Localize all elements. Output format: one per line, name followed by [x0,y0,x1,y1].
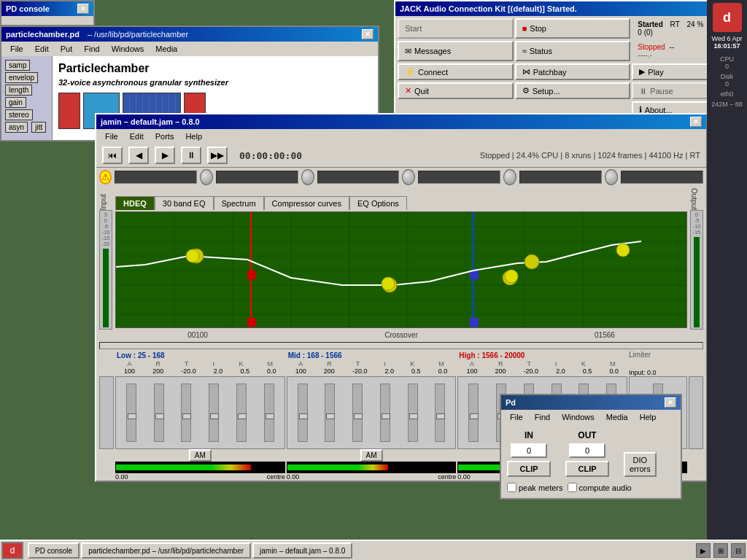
pd-window-close[interactable]: ✕ [665,397,676,408]
pd-window-find[interactable]: Find [529,411,556,423]
pd-in-display: 0 [511,443,547,458]
jamin-menu-help[interactable]: Help [179,131,208,142]
jamin-knob-5[interactable] [605,169,618,185]
pd-dio-button[interactable]: DIOerrors [624,452,657,477]
pd-console-controls: ✕ [77,4,89,14]
tab-comp-curves[interactable]: Compressor curves [264,196,349,210]
jamin-knob-4[interactable] [503,169,516,185]
pd-window-windows[interactable]: Windows [556,411,600,423]
peak-meters-input[interactable] [507,483,516,492]
taskbar-icon-1-glyph: ▶ [700,547,706,555]
mid-slider-m[interactable] [435,384,445,442]
pd-patch-menu-media[interactable]: Media [150,43,183,55]
pd-out-label: OUT [578,430,596,440]
low-slider-t[interactable] [181,384,191,442]
mid-slider-r[interactable] [325,384,335,442]
taskbar-pd-patch[interactable]: particlechamber.pd – /usr/lib/pd/particl… [81,542,251,559]
mid-val-r2: 2.0 [385,368,395,376]
mid-am-button[interactable]: AM [360,449,383,462]
jack-setup-button[interactable]: ⚙ Setup... [515,82,631,99]
tab-hdeq[interactable]: HDEQ [115,196,155,210]
mid-slider-r2[interactable] [380,384,390,442]
mid-slider-t[interactable] [352,384,363,442]
svg-rect-20 [470,318,479,327]
jamin-rewind-button[interactable]: ⏮ [102,147,123,164]
compute-audio-input[interactable] [568,483,577,492]
jamin-menu: File Edit Ports Help [96,129,706,144]
pd-clip-out-button[interactable]: CLIP [565,461,609,477]
jamin-menu-ports[interactable]: Ports [150,131,180,142]
low-slider-m[interactable] [264,384,274,442]
mid-footer-right: centre [438,473,456,481]
high-val-k: 0.5 [583,368,592,376]
jack-stopped-label: Stopped [638,43,665,51]
jack-status-button[interactable]: ≈ Status [515,41,631,61]
pd-in-group: IN 0 CLIP [507,430,551,477]
eq-scrollbar[interactable] [99,342,703,349]
low-am-btn-row: AM [115,449,285,462]
jamin-knob-3[interactable] [402,169,415,185]
pd-clip-in-button[interactable]: CLIP [507,461,551,477]
pd-window-help[interactable]: Help [634,411,662,423]
pd-peak-meters-checkbox[interactable]: peak meters [507,483,563,492]
jamin-knob-1[interactable] [200,169,213,185]
jamin-menu-file[interactable]: File [99,131,124,142]
limiter-header: Limiter [629,351,687,360]
jamin-menu-edit[interactable]: Edit [124,131,150,142]
level-display-4 [418,171,500,184]
pd-console-close[interactable]: ✕ [77,4,89,14]
pd-console-titlebar: PD console ✕ [1,1,93,16]
jack-stop-button[interactable]: ■ Stop [515,18,631,39]
pd-console-content [1,16,93,25]
low-slider-a[interactable] [126,384,136,442]
jamin-knob-2[interactable] [301,169,314,185]
jack-patchbay-button[interactable]: ⋈ Patchbay [515,63,631,80]
high-val-t: -20.0 [524,368,539,376]
low-val-r2: 2.0 [214,368,223,376]
jamin-back-button[interactable]: ◀ [128,147,149,164]
low-slider-r[interactable] [154,384,164,442]
low-am-button[interactable]: AM [189,449,212,462]
pd-compute-audio-checkbox[interactable]: compute audio [568,483,632,492]
taskbar-icon-2[interactable]: ⊞ [713,543,728,558]
taskbar-jamin[interactable]: jamin – default.jam – 0.8.0 [252,542,352,559]
pd-patch-menu-find[interactable]: Find [78,43,105,55]
tab-spectrum[interactable]: Spectrum [214,196,264,210]
output-vu-m15: -15 [693,230,700,235]
jamin-play-button[interactable]: ▶ [155,147,175,164]
crossover-high: 01566 [595,331,615,339]
taskbar-app-icon[interactable]: d [1,542,23,559]
mid-slider-k[interactable] [408,384,418,442]
jamin-close[interactable]: ✕ [690,117,702,127]
mid-slider-a[interactable] [298,384,308,442]
jack-connect-button[interactable]: ⚡ Connect [398,63,514,80]
system-icon-text: d [723,10,731,26]
pd-io-row: IN 0 CLIP OUT 0 CLIP DIOerrors [507,430,675,477]
high-slider-a[interactable] [468,384,479,442]
input-spacer [99,351,114,360]
taskbar-icon-1[interactable]: ▶ [696,543,711,558]
jack-start-button[interactable]: Start [398,18,514,39]
tab-band-eq[interactable]: 30 band EQ [155,196,214,210]
pd-window-file[interactable]: File [504,411,529,423]
pd-app-title: Particlechamber [58,62,372,75]
pd-patch-menu-edit[interactable]: Edit [29,43,55,55]
taskbar-icon-3[interactable]: ⊟ [731,543,746,558]
input-spacer-am [99,449,114,462]
pd-patch-menu-windows[interactable]: Windows [106,43,150,55]
output-vu-panel: 0 -5 -10 -15 [690,210,703,330]
jamin-forward-button[interactable]: ▶▶ [207,147,228,164]
low-slider-r2[interactable] [209,384,219,442]
input-label-space: Input [99,194,112,210]
low-slider-k[interactable] [236,384,247,442]
pd-patch-menu-file[interactable]: File [4,43,29,55]
pd-patch-menu-put[interactable]: Put [55,43,79,55]
tab-eq-options[interactable]: EQ Options [349,196,407,210]
jack-quit-button[interactable]: ✕ Quit [398,82,514,99]
taskbar-pd-console[interactable]: PD console [28,542,80,559]
jamin-pause-button[interactable]: ⏸ [181,147,201,164]
low-val-r: 200 [152,368,163,376]
pd-patch-close[interactable]: ✕ [362,29,374,39]
jack-messages-button[interactable]: ✉ Messages [398,41,514,61]
pd-window-media[interactable]: Media [600,411,634,423]
